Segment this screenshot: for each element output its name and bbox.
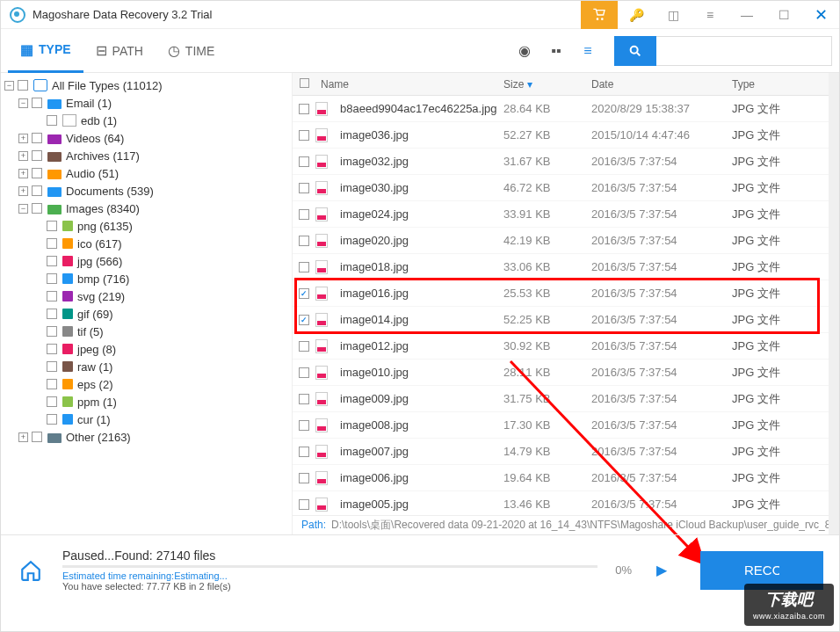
file-row[interactable]: image016.jpg25.53 KB2016/3/5 7:37:54JPG … [293,280,829,307]
file-row[interactable]: image009.jpg31.75 KB2016/3/5 7:37:54JPG … [293,386,829,412]
row-checkbox[interactable] [299,130,309,141]
tree-email[interactable]: −Email (1) [1,94,292,112]
tree-root[interactable]: −All File Types (11012) [1,76,292,94]
file-row[interactable]: image012.jpg30.92 KB2016/3/5 7:37:54JPG … [293,333,829,360]
file-row[interactable]: image024.jpg33.91 KB2016/3/5 7:37:54JPG … [293,201,829,228]
search-button[interactable] [614,36,656,66]
grid-view-button[interactable]: ▪▪ [542,37,570,65]
minimize-button[interactable]: — [728,1,765,29]
column-headers: Name Size Date Type [293,73,829,96]
tab-time[interactable]: ◷TIME [156,29,227,73]
file-type: JPG 文件 [732,312,829,328]
expand-icon[interactable]: + [18,169,28,178]
column-name[interactable]: Name [315,78,503,91]
column-date[interactable]: Date [591,78,732,91]
collapse-icon[interactable]: − [4,81,14,91]
row-checkbox[interactable] [299,236,309,246]
menu-button[interactable]: ≡ [692,1,728,29]
row-checkbox[interactable] [299,156,309,167]
file-name: image010.jpg [335,366,503,379]
cart-button[interactable] [581,1,618,29]
file-row[interactable]: image007.jpg14.79 KB2016/3/5 7:37:54JPG … [293,439,829,465]
file-icon [62,396,73,407]
tree-archives[interactable]: +Archives (117) [1,147,292,164]
file-type: JPG 文件 [732,470,829,486]
tab-path[interactable]: ⊟PATH [83,29,156,73]
close-button[interactable]: ✕ [802,1,839,29]
row-checkbox[interactable] [299,394,309,404]
tree-audio[interactable]: +Audio (51) [1,164,292,182]
tree-edb[interactable]: edb (1) [1,112,292,129]
search-input[interactable] [656,36,832,66]
jpg-file-icon [315,366,328,380]
file-row[interactable]: image032.jpg31.67 KB2016/3/5 7:37:54JPG … [293,149,829,175]
file-row[interactable]: b8aeed9904ac17ec46225a.jpg28.64 KB2020/8… [293,96,829,122]
tree-jpg[interactable]: jpg (566) [1,252,292,270]
expand-icon[interactable]: + [18,186,28,196]
row-checkbox[interactable] [299,104,309,114]
file-name: b8aeed9904ac17ec46225a.jpg [335,102,503,115]
file-row[interactable]: image010.jpg28.11 KB2016/3/5 7:37:54JPG … [293,360,829,386]
tree-gif[interactable]: gif (69) [1,305,292,323]
bookmark-button[interactable]: ◫ [655,1,692,29]
key-button[interactable]: 🔑 [618,1,655,29]
expand-icon[interactable]: + [18,134,28,143]
file-row[interactable]: image014.jpg52.25 KB2016/3/5 7:37:54JPG … [293,307,829,333]
tree-png[interactable]: png (6135) [1,217,292,235]
row-checkbox[interactable] [299,315,309,325]
list-view-button[interactable]: ≡ [574,37,602,65]
row-checkbox[interactable] [299,341,309,352]
expand-icon[interactable]: + [18,432,28,442]
file-row[interactable]: image020.jpg42.19 KB2016/3/5 7:37:54JPG … [293,228,829,254]
column-type[interactable]: Type [732,78,829,91]
tab-type[interactable]: ▦TYPE [8,29,83,73]
tree-bmp[interactable]: bmp (716) [1,270,292,287]
folder-icon [47,170,62,179]
collapse-icon[interactable]: − [18,98,28,108]
file-name: image036.jpg [335,128,503,142]
column-checkbox[interactable] [293,78,315,91]
tree-cur[interactable]: cur (1) [1,410,292,428]
file-row[interactable]: image036.jpg52.27 KB2015/10/14 4:47:46JP… [293,122,829,149]
tree-ppm[interactable]: ppm (1) [1,393,292,410]
tree-other[interactable]: +Other (2163) [1,428,292,446]
vertical-scrollbar[interactable] [829,73,839,534]
tree-documents[interactable]: +Documents (539) [1,182,292,200]
tree-jpeg[interactable]: jpeg (8) [1,340,292,358]
row-checkbox[interactable] [299,499,309,510]
file-name: image030.jpg [335,181,503,194]
file-type-tree[interactable]: −All File Types (11012) −Email (1) edb (… [1,73,293,534]
file-row[interactable]: image018.jpg33.06 KB2016/3/5 7:37:54JPG … [293,254,829,280]
row-checkbox[interactable] [299,262,309,272]
file-row[interactable]: image030.jpg46.72 KB2016/3/5 7:37:54JPG … [293,175,829,201]
row-checkbox[interactable] [299,183,309,193]
row-checkbox[interactable] [299,367,309,378]
resume-button[interactable]: ▶ [656,562,667,578]
row-checkbox[interactable] [299,447,309,457]
file-row[interactable]: image008.jpg17.30 KB2016/3/5 7:37:54JPG … [293,412,829,439]
file-name: image018.jpg [335,260,503,273]
column-size[interactable]: Size [503,78,591,91]
row-checkbox[interactable] [299,209,309,220]
file-name: image024.jpg [335,207,503,221]
maximize-button[interactable]: ☐ [765,1,802,29]
file-type: JPG 文件 [732,180,829,196]
row-checkbox[interactable] [299,473,309,483]
collapse-icon[interactable]: − [18,204,28,214]
tree-raw[interactable]: raw (1) [1,358,292,375]
jpg-file-icon [315,418,328,432]
file-row[interactable]: image005.jpg13.46 KB2016/3/5 7:37:54JPG … [293,491,829,515]
file-icon [62,273,73,284]
home-button[interactable] [17,556,45,585]
row-checkbox[interactable] [299,420,309,431]
tree-ico[interactable]: ico (617) [1,235,292,252]
row-checkbox[interactable] [299,288,309,299]
preview-button[interactable]: ◉ [511,37,539,65]
tree-eps[interactable]: eps (2) [1,375,292,393]
tree-videos[interactable]: +Videos (64) [1,129,292,147]
file-row[interactable]: image006.jpg19.64 KB2016/3/5 7:37:54JPG … [293,465,829,491]
tree-tif[interactable]: tif (5) [1,323,292,340]
tree-svg[interactable]: svg (219) [1,287,292,305]
tree-images[interactable]: −Images (8340) [1,200,292,217]
expand-icon[interactable]: + [18,151,28,161]
